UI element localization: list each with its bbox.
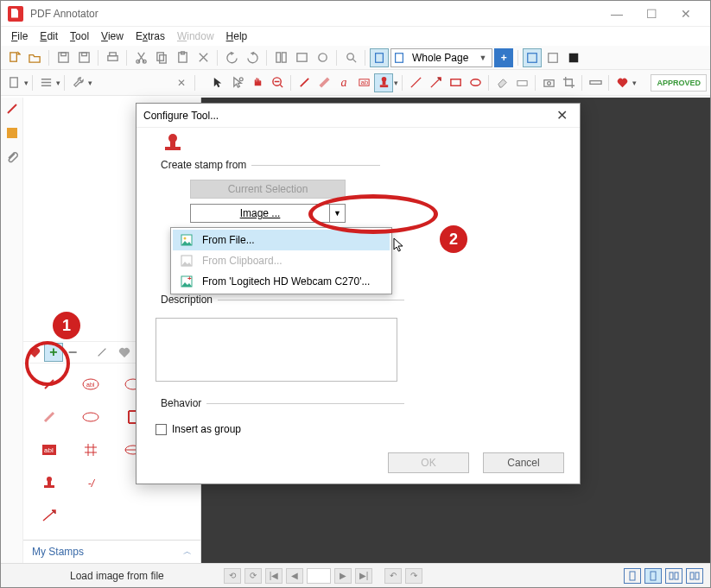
- save-as-button[interactable]: [74, 48, 93, 67]
- zoom-add-button[interactable]: +: [494, 48, 513, 67]
- open-button[interactable]: [25, 48, 44, 67]
- pen-tool[interactable]: [295, 73, 314, 92]
- favorite-tool[interactable]: [613, 73, 632, 92]
- pointer-tool[interactable]: [208, 73, 227, 92]
- menu-edit[interactable]: Edit: [35, 28, 63, 44]
- save-button[interactable]: [54, 48, 73, 67]
- copy-button[interactable]: [152, 48, 171, 67]
- fav-item[interactable]: [70, 434, 111, 467]
- view-cont[interactable]: [644, 568, 662, 584]
- svg-text:abl: abl: [44, 446, 54, 454]
- redo-button[interactable]: [243, 48, 262, 67]
- whiteout-tool[interactable]: [512, 73, 531, 92]
- lasso-tool[interactable]: [228, 73, 247, 92]
- menu-view[interactable]: View: [96, 28, 129, 44]
- ruler-tool[interactable]: [586, 73, 605, 92]
- marker-tool[interactable]: [314, 73, 333, 92]
- lt-note-icon[interactable]: [4, 125, 20, 141]
- fav-item[interactable]: [29, 467, 70, 500]
- view-two-cont[interactable]: [686, 568, 703, 584]
- svg-point-42: [83, 413, 98, 421]
- favorites-footer[interactable]: My Stamps ︿: [23, 540, 200, 563]
- fav-heart2-icon[interactable]: [115, 343, 134, 362]
- nav-prev[interactable]: ◀: [286, 568, 303, 584]
- nav-fwd[interactable]: ↷: [405, 568, 422, 584]
- minimize-button[interactable]: —: [600, 2, 634, 26]
- main-toolbar: Whole Page ▼ +: [1, 46, 710, 70]
- arrow-tool[interactable]: [426, 73, 445, 92]
- clipboard-icon: [180, 254, 194, 268]
- stamp-tool[interactable]: [374, 73, 393, 92]
- svg-point-16: [318, 54, 326, 61]
- zoom-out-tool[interactable]: [268, 73, 287, 92]
- cut-button[interactable]: [131, 48, 150, 67]
- close-tab-icon[interactable]: ✕: [172, 73, 191, 92]
- ellipse-tool[interactable]: [466, 73, 485, 92]
- fav-item[interactable]: [29, 500, 70, 533]
- view-two[interactable]: [665, 568, 682, 584]
- page-nav-toggle[interactable]: [370, 48, 389, 67]
- svg-rect-9: [156, 53, 163, 60]
- svg-rect-3: [79, 53, 88, 62]
- fav-item[interactable]: abl: [29, 434, 70, 467]
- fav-item[interactable]: -/: [70, 467, 111, 500]
- view-mode-3[interactable]: [564, 48, 583, 67]
- fav-edit-icon[interactable]: [92, 343, 111, 362]
- list-icon[interactable]: [36, 73, 55, 92]
- nav-first[interactable]: |◀: [265, 568, 282, 584]
- hand-tool[interactable]: [248, 73, 267, 92]
- delete-button[interactable]: [194, 48, 213, 67]
- maximize-button[interactable]: ☐: [634, 2, 669, 26]
- camera-tool[interactable]: [539, 73, 558, 92]
- menu-help[interactable]: Help: [221, 28, 253, 44]
- rect-tool[interactable]: [446, 73, 465, 92]
- zoom-combo[interactable]: Whole Page ▼: [390, 48, 492, 67]
- tool-b-button[interactable]: [292, 48, 311, 67]
- fav-item[interactable]: [70, 401, 111, 434]
- menu-extras[interactable]: Extras: [130, 28, 170, 44]
- cancel-button[interactable]: Cancel: [483, 452, 564, 473]
- dropdown-from-webcam[interactable]: + From 'Logitech HD Webcam C270'...: [173, 271, 390, 292]
- lt-pen-icon[interactable]: [4, 101, 20, 117]
- svg-rect-4: [81, 53, 86, 56]
- eraser-tool[interactable]: [492, 73, 511, 92]
- menu-tool[interactable]: Tool: [65, 28, 94, 44]
- view-mode-2[interactable]: [543, 48, 562, 67]
- callout-number-2: 2: [440, 225, 467, 253]
- fav-item[interactable]: [29, 401, 70, 434]
- menu-window: Window: [172, 28, 219, 44]
- dialog-close-button[interactable]: ✕: [550, 107, 573, 123]
- nav-next[interactable]: ▶: [334, 568, 352, 584]
- nav-btn[interactable]: ⟳: [244, 568, 262, 584]
- tool-a-button[interactable]: [271, 48, 290, 67]
- description-textarea[interactable]: [156, 318, 397, 382]
- insert-group-checkbox[interactable]: [156, 424, 167, 435]
- wrench-icon[interactable]: [68, 73, 87, 92]
- dropdown-from-file-label: From File...: [202, 234, 255, 246]
- crop-tool[interactable]: [559, 73, 578, 92]
- new-button[interactable]: [4, 48, 23, 67]
- nav-btn[interactable]: ⟲: [224, 568, 241, 584]
- nav-back[interactable]: ↶: [384, 568, 402, 584]
- nav-page[interactable]: [307, 568, 331, 584]
- search-button[interactable]: [341, 48, 360, 67]
- close-button[interactable]: ✕: [669, 2, 703, 26]
- doc-new-icon[interactable]: [4, 73, 23, 92]
- lt-clip-icon[interactable]: [4, 149, 20, 165]
- svg-rect-33: [517, 81, 526, 86]
- text-tool[interactable]: a: [334, 73, 353, 92]
- chevron-down-icon: ▼: [475, 54, 490, 62]
- paste-button[interactable]: [173, 48, 192, 67]
- nav-last[interactable]: ▶|: [355, 568, 372, 584]
- svg-rect-49: [630, 572, 635, 580]
- view-single[interactable]: [624, 568, 641, 584]
- line-tool[interactable]: [406, 73, 425, 92]
- textbox-tool[interactable]: ab: [354, 73, 373, 92]
- print-button[interactable]: [103, 48, 122, 67]
- undo-button[interactable]: [222, 48, 241, 67]
- tool-c-button[interactable]: [313, 48, 332, 67]
- menu-file[interactable]: File: [6, 28, 33, 44]
- view-mode-1[interactable]: [523, 48, 542, 67]
- fav-item[interactable]: abl: [70, 369, 111, 401]
- insert-group-label: Insert as group: [172, 423, 241, 435]
